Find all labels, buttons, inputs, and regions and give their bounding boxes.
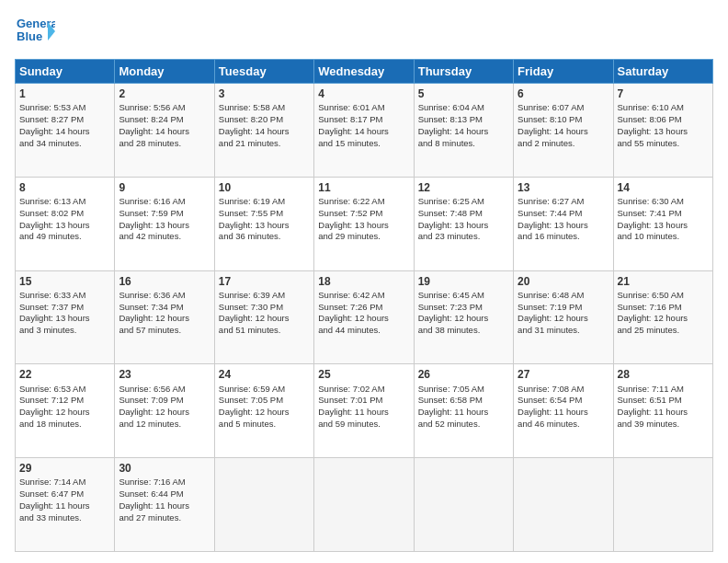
daylight: Daylight: 11 hours (119, 500, 189, 511)
daylight-minutes: and 28 minutes. (119, 138, 181, 148)
sunset: Sunset: 6:58 PM (418, 395, 483, 405)
calendar-cell (514, 458, 613, 552)
daylight: Daylight: 12 hours (119, 313, 189, 323)
header-monday: Monday (115, 60, 214, 84)
calendar-cell: 12Sunrise: 6:25 AMSunset: 7:48 PMDayligh… (414, 177, 513, 270)
page-header: General Blue (15, 11, 713, 52)
daylight: Daylight: 12 hours (19, 407, 90, 417)
sunrise: Sunrise: 5:58 AM (219, 102, 285, 112)
daylight-minutes: and 38 minutes. (418, 325, 481, 335)
calendar: SundayMondayTuesdayWednesdayThursdayFrid… (15, 59, 713, 552)
day-number: 13 (518, 180, 609, 195)
day-number: 29 (19, 461, 110, 476)
daylight-minutes: and 51 minutes. (219, 325, 281, 335)
calendar-cell (613, 458, 712, 552)
daylight-minutes: and 55 minutes. (618, 138, 680, 148)
logo-svg: General Blue (15, 11, 55, 52)
week-row: 1Sunrise: 5:53 AMSunset: 8:27 PMDaylight… (16, 84, 713, 178)
day-number: 10 (219, 180, 310, 195)
daylight-minutes: and 46 minutes. (518, 419, 580, 429)
sunrise: Sunrise: 6:45 AM (418, 290, 484, 300)
daylight-minutes: and 39 minutes. (618, 419, 680, 429)
daylight-minutes: and 29 minutes. (318, 231, 381, 241)
daylight: Daylight: 14 hours (219, 126, 290, 136)
sunrise: Sunrise: 6:39 AM (219, 290, 285, 300)
sunset: Sunset: 6:44 PM (119, 488, 183, 499)
daylight: Daylight: 11 hours (518, 407, 588, 417)
day-number: 1 (19, 86, 110, 101)
daylight: Daylight: 13 hours (318, 220, 389, 230)
day-number: 20 (518, 274, 609, 289)
calendar-header: SundayMondayTuesdayWednesdayThursdayFrid… (16, 60, 713, 84)
sunrise: Sunrise: 6:59 AM (219, 384, 285, 394)
header-sunday: Sunday (16, 60, 115, 84)
sunset: Sunset: 7:59 PM (119, 208, 183, 218)
sunrise: Sunrise: 6:01 AM (318, 102, 384, 112)
daylight: Daylight: 13 hours (418, 220, 489, 230)
calendar-cell: 25Sunrise: 7:02 AMSunset: 7:01 PMDayligh… (314, 364, 414, 458)
sunset: Sunset: 7:12 PM (19, 395, 84, 405)
sunset: Sunset: 7:09 PM (119, 395, 183, 405)
day-number: 26 (418, 367, 509, 382)
daylight: Daylight: 11 hours (418, 407, 489, 417)
daylight-minutes: and 34 minutes. (19, 138, 82, 148)
sunrise: Sunrise: 6:13 AM (19, 196, 85, 206)
sunrise: Sunrise: 6:42 AM (318, 290, 384, 300)
calendar-cell: 18Sunrise: 6:42 AMSunset: 7:26 PMDayligh… (314, 270, 414, 364)
daylight: Daylight: 14 hours (19, 126, 90, 136)
sunrise: Sunrise: 6:25 AM (418, 196, 484, 206)
sunset: Sunset: 7:44 PM (518, 208, 582, 218)
daylight-minutes: and 12 minutes. (119, 419, 181, 429)
calendar-cell: 6Sunrise: 6:07 AMSunset: 8:10 PMDaylight… (514, 84, 613, 178)
daylight-minutes: and 2 minutes. (518, 138, 574, 148)
daylight-minutes: and 10 minutes. (618, 231, 680, 241)
sunset: Sunset: 7:05 PM (219, 395, 283, 405)
sunset: Sunset: 8:24 PM (119, 114, 183, 124)
sunrise: Sunrise: 7:02 AM (318, 384, 384, 394)
sunrise: Sunrise: 6:53 AM (19, 384, 85, 394)
daylight: Daylight: 13 hours (618, 220, 688, 230)
calendar-cell: 14Sunrise: 6:30 AMSunset: 7:41 PMDayligh… (613, 177, 712, 270)
sunrise: Sunrise: 7:11 AM (618, 384, 684, 394)
daylight-minutes: and 27 minutes. (119, 512, 181, 523)
day-number: 21 (618, 274, 709, 289)
calendar-cell: 5Sunrise: 6:04 AMSunset: 8:13 PMDaylight… (414, 84, 513, 178)
sunrise: Sunrise: 6:07 AM (518, 102, 584, 112)
daylight-minutes: and 21 minutes. (219, 138, 281, 148)
daylight: Daylight: 11 hours (19, 500, 90, 511)
sunset: Sunset: 7:55 PM (219, 208, 283, 218)
sunset: Sunset: 7:52 PM (318, 208, 382, 218)
daylight: Daylight: 14 hours (318, 126, 389, 136)
daylight-minutes: and 36 minutes. (219, 231, 281, 241)
header-wednesday: Wednesday (314, 60, 414, 84)
calendar-cell: 24Sunrise: 6:59 AMSunset: 7:05 PMDayligh… (214, 364, 313, 458)
sunset: Sunset: 7:26 PM (318, 302, 382, 312)
header-friday: Friday (514, 60, 613, 84)
day-number: 25 (318, 367, 409, 382)
sunset: Sunset: 7:41 PM (618, 208, 682, 218)
week-row: 29Sunrise: 7:14 AMSunset: 6:47 PMDayligh… (16, 458, 713, 552)
logo: General Blue (15, 11, 55, 52)
sunset: Sunset: 8:17 PM (318, 114, 382, 124)
sunrise: Sunrise: 6:36 AM (119, 290, 185, 300)
daylight-minutes: and 25 minutes. (618, 325, 680, 335)
sunset: Sunset: 8:02 PM (19, 208, 84, 218)
calendar-cell: 23Sunrise: 6:56 AMSunset: 7:09 PMDayligh… (115, 364, 214, 458)
sunrise: Sunrise: 7:05 AM (418, 384, 484, 394)
daylight: Daylight: 12 hours (219, 313, 290, 323)
sunset: Sunset: 7:01 PM (318, 395, 382, 405)
daylight-minutes: and 57 minutes. (119, 325, 181, 335)
sunset: Sunset: 8:06 PM (618, 114, 682, 124)
daylight-minutes: and 15 minutes. (318, 138, 381, 148)
day-number: 27 (518, 367, 609, 382)
sunrise: Sunrise: 5:53 AM (19, 102, 85, 112)
calendar-cell (414, 458, 513, 552)
daylight: Daylight: 12 hours (518, 313, 588, 323)
day-number: 16 (119, 274, 210, 289)
sunrise: Sunrise: 6:27 AM (518, 196, 584, 206)
daylight: Daylight: 12 hours (219, 407, 290, 417)
sunset: Sunset: 7:37 PM (19, 302, 84, 312)
daylight-minutes: and 52 minutes. (418, 419, 481, 429)
calendar-cell: 27Sunrise: 7:08 AMSunset: 6:54 PMDayligh… (514, 364, 613, 458)
daylight-minutes: and 16 minutes. (518, 231, 580, 241)
